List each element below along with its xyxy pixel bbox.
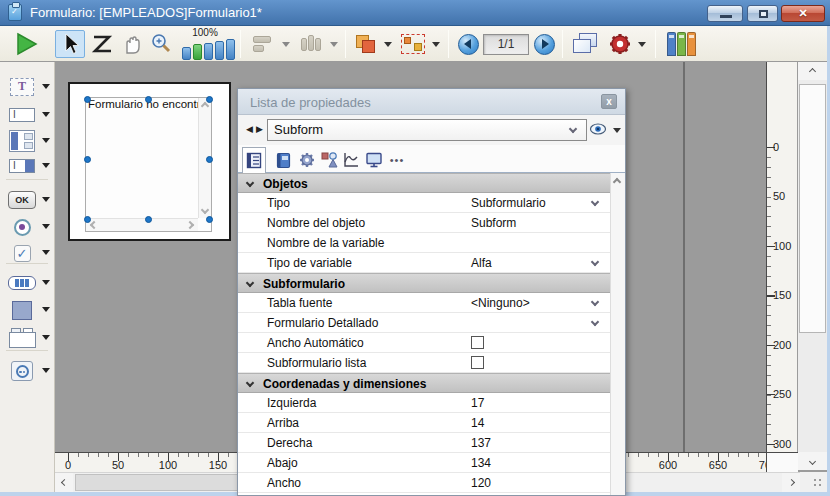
next-object-button[interactable]: ▶ <box>256 124 263 134</box>
scroll-down-icon[interactable] <box>201 206 209 214</box>
property-value-dropdown[interactable]: Alfa <box>471 256 492 270</box>
pan-tool-button[interactable] <box>118 30 146 58</box>
next-page-button[interactable] <box>532 30 556 58</box>
distribute-dropdown[interactable] <box>328 30 340 58</box>
tool-dropdown-arrow[interactable] <box>42 224 50 229</box>
combobox-tool[interactable]: I <box>4 153 52 179</box>
explorer-button[interactable] <box>663 30 699 58</box>
rectangle-tool[interactable] <box>4 297 52 323</box>
minimize-button[interactable] <box>707 5 743 22</box>
button-tool[interactable]: OK <box>4 187 52 213</box>
panel-titlebar[interactable]: Lista de propiedades x <box>238 89 625 115</box>
section-header-objetos[interactable]: Objetos <box>238 173 610 193</box>
text-tool[interactable]: T <box>4 74 52 100</box>
property-value-field[interactable]: 14 <box>471 416 484 430</box>
scroll-left-icon[interactable] <box>90 221 98 229</box>
property-value-field[interactable]: Subform <box>471 216 516 230</box>
tool-dropdown-arrow[interactable] <box>42 197 50 202</box>
tool-dropdown-arrow[interactable] <box>42 163 50 168</box>
selection-handle-n[interactable] <box>145 96 152 103</box>
panel-close-button[interactable]: x <box>601 94 617 109</box>
chevron-down-icon[interactable] <box>591 198 599 206</box>
resize-grip[interactable] <box>800 472 827 492</box>
form-page[interactable]: Formulario no encontrado <box>68 82 231 241</box>
selection-handle-se[interactable] <box>206 216 213 223</box>
subform-horizontal-scrollbar[interactable] <box>86 218 198 231</box>
prev-object-button[interactable]: ◀ <box>246 124 253 134</box>
tool-dropdown-arrow[interactable] <box>42 307 50 312</box>
property-value-dropdown[interactable]: <Ninguno> <box>471 296 530 310</box>
layer-button[interactable] <box>352 30 380 58</box>
form-pages-button[interactable] <box>570 30 602 58</box>
tool-dropdown-arrow[interactable] <box>42 250 50 255</box>
run-form-button[interactable] <box>12 30 40 58</box>
form-limit-line[interactable] <box>683 62 685 452</box>
selection-handle-ne[interactable] <box>206 96 213 103</box>
tab-more[interactable]: ••• <box>385 148 409 172</box>
selection-handle-sw[interactable] <box>84 216 91 223</box>
settings-button[interactable] <box>606 30 634 58</box>
vertical-scrollbar[interactable] <box>798 62 827 470</box>
tool-dropdown-arrow[interactable] <box>42 335 50 340</box>
tool-dropdown-arrow[interactable] <box>42 84 50 89</box>
section-header-subformulario[interactable]: Subformulario <box>238 273 610 293</box>
align-dropdown[interactable] <box>280 30 292 58</box>
chevron-down-icon[interactable] <box>591 258 599 266</box>
tool-dropdown-arrow[interactable] <box>42 368 50 373</box>
property-value-field[interactable]: 134 <box>471 456 491 470</box>
scroll-right-icon[interactable] <box>186 221 194 229</box>
maximize-button[interactable] <box>747 5 778 22</box>
scrollbar-right-button[interactable] <box>782 473 800 492</box>
object-selector-dropdown[interactable]: Subform <box>267 119 587 141</box>
subform-object[interactable]: Formulario no encontrado <box>85 97 212 232</box>
vertical-scrollbar-thumb[interactable] <box>799 84 826 333</box>
scroll-up-icon[interactable] <box>613 178 621 186</box>
listbox-tool[interactable] <box>4 128 52 154</box>
view-options-button[interactable] <box>589 121 607 141</box>
selection-handle-s[interactable] <box>145 216 152 223</box>
tab-main-properties[interactable] <box>242 147 266 173</box>
group-dropdown[interactable] <box>430 30 442 58</box>
scrollbar-up-button[interactable] <box>798 62 827 80</box>
tab-display[interactable] <box>362 148 386 172</box>
property-checkbox[interactable] <box>471 336 484 349</box>
align-button[interactable] <box>248 30 278 58</box>
selection-handle-w[interactable] <box>84 156 91 163</box>
selection-handle-nw[interactable] <box>84 96 91 103</box>
chevron-down-icon[interactable] <box>591 318 599 326</box>
splitter-tool[interactable] <box>4 270 52 296</box>
group-button[interactable] <box>398 30 428 58</box>
tab-events[interactable] <box>339 148 363 172</box>
input-tool[interactable]: I <box>4 102 52 128</box>
view-options-dropdown[interactable] <box>613 128 621 133</box>
zoom-bars-control[interactable] <box>180 38 236 60</box>
property-value-dropdown[interactable]: Subformulario <box>471 196 546 210</box>
property-checkbox[interactable] <box>471 356 484 369</box>
tab-data[interactable] <box>271 148 295 172</box>
selection-handle-e[interactable] <box>206 156 213 163</box>
property-value-field[interactable]: 120 <box>471 476 491 490</box>
distribute-button[interactable] <box>296 30 326 58</box>
entry-order-tool-button[interactable] <box>88 30 116 58</box>
tool-dropdown-arrow[interactable] <box>42 112 50 117</box>
layer-dropdown[interactable] <box>382 30 394 58</box>
tab-action[interactable] <box>295 148 319 172</box>
property-value-field[interactable]: 137 <box>471 436 491 450</box>
panel-scrollbar[interactable] <box>610 173 625 495</box>
tool-dropdown-arrow[interactable] <box>42 138 50 143</box>
tool-dropdown-arrow[interactable] <box>42 280 50 285</box>
close-button[interactable]: ✕ <box>781 5 825 22</box>
tab-control-tool[interactable] <box>4 325 52 351</box>
scrollbar-left-button[interactable] <box>55 473 73 492</box>
plugin-area-tool[interactable] <box>4 358 52 384</box>
settings-dropdown[interactable] <box>636 30 648 58</box>
select-tool-button[interactable] <box>55 30 85 58</box>
chevron-down-icon[interactable] <box>591 298 599 306</box>
tab-appearance[interactable] <box>317 148 341 172</box>
previous-page-button[interactable] <box>456 30 480 58</box>
property-value-field[interactable]: 17 <box>471 396 484 410</box>
scrollbar-down-button[interactable] <box>798 452 827 470</box>
scroll-up-icon[interactable] <box>201 102 209 110</box>
section-header-coordenadas[interactable]: Coordenadas y dimensiones <box>238 373 610 393</box>
radio-tool[interactable] <box>4 214 52 240</box>
